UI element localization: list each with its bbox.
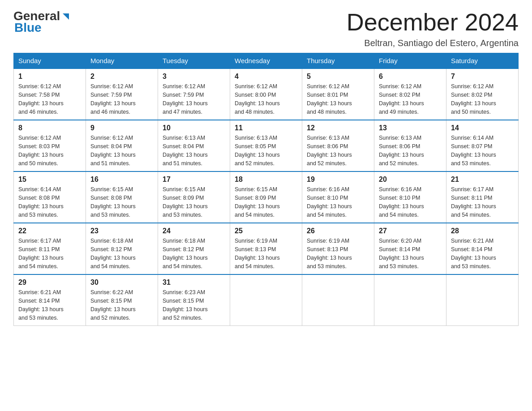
calendar-cell: 15 Sunrise: 6:14 AM Sunset: 8:08 PM Dayl… <box>14 171 86 223</box>
logo: General Blue <box>13 9 71 35</box>
calendar-cell: 29 Sunrise: 6:21 AM Sunset: 8:14 PM Dayl… <box>14 274 86 326</box>
day-number: 9 <box>90 124 153 132</box>
day-number: 24 <box>163 227 225 235</box>
day-number: 29 <box>18 278 81 287</box>
calendar-cell: 31 Sunrise: 6:23 AM Sunset: 8:15 PM Dayl… <box>158 274 230 326</box>
day-number: 17 <box>163 176 225 184</box>
calendar-week-2: 8 Sunrise: 6:12 AM Sunset: 8:03 PM Dayli… <box>14 120 519 171</box>
col-thursday: Thursday <box>302 53 374 69</box>
day-number: 30 <box>90 278 153 287</box>
day-number: 22 <box>18 227 81 235</box>
day-number: 5 <box>307 73 369 81</box>
day-info: Sunrise: 6:14 AM Sunset: 8:07 PM Dayligh… <box>451 134 514 167</box>
calendar-cell: 30 Sunrise: 6:22 AM Sunset: 8:15 PM Dayl… <box>86 274 158 326</box>
calendar-week-4: 22 Sunrise: 6:17 AM Sunset: 8:11 PM Dayl… <box>14 223 519 274</box>
day-info: Sunrise: 6:12 AM Sunset: 8:02 PM Dayligh… <box>451 82 514 116</box>
day-number: 1 <box>18 73 81 81</box>
day-info: Sunrise: 6:13 AM Sunset: 8:06 PM Dayligh… <box>379 134 442 167</box>
day-number: 10 <box>163 124 225 132</box>
day-number: 19 <box>307 176 369 184</box>
col-sunday: Sunday <box>14 53 86 69</box>
day-number: 7 <box>451 73 514 81</box>
calendar-cell: 18 Sunrise: 6:15 AM Sunset: 8:09 PM Dayl… <box>230 171 302 223</box>
calendar-cell: 16 Sunrise: 6:15 AM Sunset: 8:08 PM Dayl… <box>86 171 158 223</box>
calendar-cell: 22 Sunrise: 6:17 AM Sunset: 8:11 PM Dayl… <box>14 223 86 274</box>
title-block: December 2024 Beltran, Santiago del Este… <box>347 9 519 48</box>
day-info: Sunrise: 6:12 AM Sunset: 7:59 PM Dayligh… <box>163 82 225 116</box>
logo-arrow-icon <box>61 12 71 21</box>
day-info: Sunrise: 6:13 AM Sunset: 8:04 PM Dayligh… <box>163 134 225 167</box>
day-number: 6 <box>379 73 442 81</box>
calendar-header-row: Sunday Monday Tuesday Wednesday Thursday… <box>14 53 519 69</box>
day-info: Sunrise: 6:21 AM Sunset: 8:14 PM Dayligh… <box>451 237 514 270</box>
day-info: Sunrise: 6:23 AM Sunset: 8:15 PM Dayligh… <box>163 288 225 322</box>
calendar-cell <box>230 274 302 326</box>
calendar-cell: 28 Sunrise: 6:21 AM Sunset: 8:14 PM Dayl… <box>446 223 519 274</box>
calendar-cell: 12 Sunrise: 6:13 AM Sunset: 8:06 PM Dayl… <box>302 120 374 171</box>
col-tuesday: Tuesday <box>158 53 230 69</box>
day-info: Sunrise: 6:12 AM Sunset: 8:04 PM Dayligh… <box>90 134 153 167</box>
day-number: 2 <box>90 73 153 81</box>
calendar-table: Sunday Monday Tuesday Wednesday Thursday… <box>13 53 519 326</box>
day-number: 11 <box>235 124 297 132</box>
calendar-cell: 8 Sunrise: 6:12 AM Sunset: 8:03 PM Dayli… <box>14 120 86 171</box>
day-number: 25 <box>235 227 297 235</box>
day-number: 4 <box>235 73 297 81</box>
day-info: Sunrise: 6:18 AM Sunset: 8:12 PM Dayligh… <box>163 237 225 270</box>
calendar-cell: 9 Sunrise: 6:12 AM Sunset: 8:04 PM Dayli… <box>86 120 158 171</box>
day-number: 31 <box>163 278 225 287</box>
calendar-cell: 21 Sunrise: 6:17 AM Sunset: 8:11 PM Dayl… <box>446 171 519 223</box>
day-info: Sunrise: 6:19 AM Sunset: 8:13 PM Dayligh… <box>307 237 369 270</box>
day-info: Sunrise: 6:22 AM Sunset: 8:15 PM Dayligh… <box>90 288 153 322</box>
calendar-cell: 3 Sunrise: 6:12 AM Sunset: 7:59 PM Dayli… <box>158 68 230 120</box>
day-info: Sunrise: 6:12 AM Sunset: 8:02 PM Dayligh… <box>379 82 442 116</box>
calendar-cell: 10 Sunrise: 6:13 AM Sunset: 8:04 PM Dayl… <box>158 120 230 171</box>
day-info: Sunrise: 6:12 AM Sunset: 7:59 PM Dayligh… <box>90 82 153 116</box>
calendar-cell: 11 Sunrise: 6:13 AM Sunset: 8:05 PM Dayl… <box>230 120 302 171</box>
location-subtitle: Beltran, Santiago del Estero, Argentina <box>347 38 519 48</box>
calendar-cell: 6 Sunrise: 6:12 AM Sunset: 8:02 PM Dayli… <box>374 68 446 120</box>
col-monday: Monday <box>86 53 158 69</box>
day-number: 18 <box>235 176 297 184</box>
calendar-cell: 24 Sunrise: 6:18 AM Sunset: 8:12 PM Dayl… <box>158 223 230 274</box>
month-title: December 2024 <box>347 9 519 35</box>
day-number: 16 <box>90 176 153 184</box>
day-number: 13 <box>379 124 442 132</box>
day-number: 12 <box>307 124 369 132</box>
day-info: Sunrise: 6:18 AM Sunset: 8:12 PM Dayligh… <box>90 237 153 270</box>
day-info: Sunrise: 6:21 AM Sunset: 8:14 PM Dayligh… <box>18 288 81 322</box>
col-saturday: Saturday <box>446 53 519 69</box>
calendar-cell <box>374 274 446 326</box>
logo-blue: Blue <box>14 21 42 35</box>
calendar-cell: 7 Sunrise: 6:12 AM Sunset: 8:02 PM Dayli… <box>446 68 519 120</box>
day-number: 15 <box>18 176 81 184</box>
col-friday: Friday <box>374 53 446 69</box>
day-info: Sunrise: 6:19 AM Sunset: 8:13 PM Dayligh… <box>235 237 297 270</box>
day-number: 3 <box>163 73 225 81</box>
day-info: Sunrise: 6:20 AM Sunset: 8:14 PM Dayligh… <box>379 237 442 270</box>
day-info: Sunrise: 6:12 AM Sunset: 8:00 PM Dayligh… <box>235 82 297 116</box>
day-info: Sunrise: 6:12 AM Sunset: 8:03 PM Dayligh… <box>18 134 81 167</box>
day-info: Sunrise: 6:12 AM Sunset: 7:58 PM Dayligh… <box>18 82 81 116</box>
day-info: Sunrise: 6:13 AM Sunset: 8:05 PM Dayligh… <box>235 134 297 167</box>
day-info: Sunrise: 6:16 AM Sunset: 8:10 PM Dayligh… <box>307 185 369 219</box>
day-number: 26 <box>307 227 369 235</box>
calendar-cell: 20 Sunrise: 6:16 AM Sunset: 8:10 PM Dayl… <box>374 171 446 223</box>
calendar-cell: 13 Sunrise: 6:13 AM Sunset: 8:06 PM Dayl… <box>374 120 446 171</box>
day-info: Sunrise: 6:17 AM Sunset: 8:11 PM Dayligh… <box>18 237 81 270</box>
svg-marker-0 <box>63 13 69 20</box>
calendar-cell: 19 Sunrise: 6:16 AM Sunset: 8:10 PM Dayl… <box>302 171 374 223</box>
day-number: 27 <box>379 227 442 235</box>
day-info: Sunrise: 6:16 AM Sunset: 8:10 PM Dayligh… <box>379 185 442 219</box>
calendar-cell: 17 Sunrise: 6:15 AM Sunset: 8:09 PM Dayl… <box>158 171 230 223</box>
day-info: Sunrise: 6:15 AM Sunset: 8:09 PM Dayligh… <box>235 185 297 219</box>
day-number: 23 <box>90 227 153 235</box>
day-number: 20 <box>379 176 442 184</box>
day-info: Sunrise: 6:15 AM Sunset: 8:08 PM Dayligh… <box>90 185 153 219</box>
calendar-cell <box>302 274 374 326</box>
calendar-cell: 23 Sunrise: 6:18 AM Sunset: 8:12 PM Dayl… <box>86 223 158 274</box>
calendar-cell <box>446 274 519 326</box>
calendar-week-1: 1 Sunrise: 6:12 AM Sunset: 7:58 PM Dayli… <box>14 68 519 120</box>
day-info: Sunrise: 6:12 AM Sunset: 8:01 PM Dayligh… <box>307 82 369 116</box>
day-info: Sunrise: 6:13 AM Sunset: 8:06 PM Dayligh… <box>307 134 369 167</box>
